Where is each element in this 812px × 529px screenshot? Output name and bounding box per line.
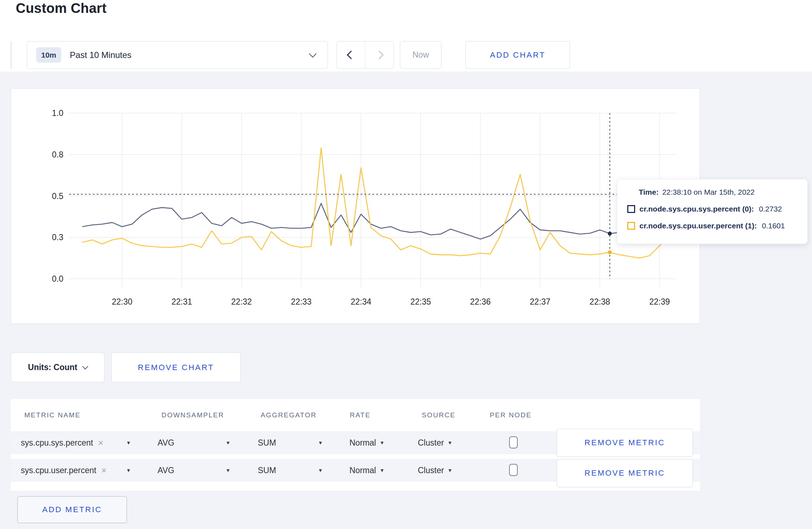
metric-name-caret-icon[interactable]: ▼ [126, 431, 131, 454]
y-axis-tick-label: 0.5 [52, 191, 63, 201]
remove-metric-button[interactable]: REMOVE METRIC [557, 459, 693, 487]
series-line [82, 148, 670, 258]
metrics-table: METRIC NAME DOWNSAMPLER AGGREGATOR RATE … [11, 399, 700, 491]
prev-timeframe-button[interactable] [337, 42, 365, 68]
tooltip-time: Time:22:38:10 on Mar 15th, 2022 [639, 188, 798, 196]
sys-series-swatch-icon [627, 205, 635, 213]
x-axis-tick-label: 22:39 [649, 297, 670, 306]
x-axis-tick-label: 22:35 [410, 297, 431, 306]
timeframe-label: Past 10 Minutes [70, 50, 131, 60]
x-axis-tick-label: 22:37 [530, 297, 551, 306]
tooltip-time-value: 22:38:10 on Mar 15th, 2022 [662, 188, 755, 196]
tooltip-series-name: cr.node.sys.cpu.sys.percent (0): [639, 205, 754, 213]
col-header-per-node: PER NODE [490, 411, 532, 419]
chevron-right-icon [375, 50, 383, 59]
rate-select[interactable]: Normal ▼ [349, 459, 385, 482]
x-axis-tick-label: 22:36 [470, 297, 491, 306]
user-series-swatch-icon [627, 222, 635, 230]
chevron-left-icon [347, 50, 355, 59]
tooltip-series-row: cr.node.sys.cpu.sys.percent (0): 0.2732 [627, 205, 798, 213]
remove-metric-button[interactable]: REMOVE METRIC [557, 429, 693, 457]
downsampler-select[interactable]: AVG [158, 431, 174, 454]
x-axis-tick-label: 22:32 [231, 297, 252, 306]
downsampler-select[interactable]: AVG [158, 459, 174, 482]
clear-metric-icon[interactable]: × [98, 438, 103, 448]
tooltip-series-row: cr.node.sys.cpu.user.percent (1): 0.1601 [627, 222, 798, 230]
col-header-source: SOURCE [422, 411, 456, 419]
source-caret-icon: ▼ [448, 440, 453, 446]
rate-caret-icon: ▼ [380, 467, 385, 473]
y-axis-tick-label: 1.0 [52, 108, 63, 118]
chart-tooltip: Time:22:38:10 on Mar 15th, 2022 cr.node.… [617, 179, 808, 244]
col-header-metric-name: METRIC NAME [24, 411, 81, 419]
source-select[interactable]: Cluster ▼ [418, 459, 453, 482]
chevron-down-icon [82, 364, 88, 370]
metric-name-caret-icon[interactable]: ▼ [126, 459, 131, 482]
series-line [82, 203, 670, 239]
x-axis-tick-label: 22:38 [590, 297, 610, 306]
rate-caret-icon: ▼ [380, 440, 385, 446]
chevron-down-icon [309, 50, 316, 58]
hover-point-marker [608, 232, 612, 236]
now-button[interactable]: Now [400, 41, 441, 69]
aggregator-caret-icon[interactable]: ▼ [318, 431, 323, 454]
rate-select[interactable]: Normal ▼ [349, 431, 385, 454]
aggregator-select[interactable]: SUM [258, 431, 276, 454]
per-node-checkbox[interactable] [509, 464, 518, 476]
next-timeframe-button[interactable] [365, 42, 393, 68]
hover-point-marker [608, 250, 612, 254]
remove-chart-button[interactable]: REMOVE CHART [111, 353, 241, 382]
y-axis-tick-label: 0.8 [52, 150, 63, 159]
x-axis-tick-label: 22:34 [351, 297, 371, 306]
col-header-aggregator: AGGREGATOR [261, 411, 316, 419]
topbar: Custom Chart 10m Past 10 Minutes Now ADD… [0, 0, 812, 72]
tooltip-time-label: Time: [639, 188, 659, 196]
col-header-rate: RATE [350, 411, 371, 419]
source-select[interactable]: Cluster ▼ [418, 431, 453, 454]
add-metric-button[interactable]: ADD METRIC [17, 496, 127, 523]
x-axis-tick-label: 22:31 [171, 297, 192, 306]
col-header-downsampler: DOWNSAMPLER [161, 411, 224, 419]
x-axis-tick-label: 22:30 [112, 297, 132, 306]
timeframe-dropdown[interactable]: 10m Past 10 Minutes [27, 41, 328, 69]
clear-metric-icon[interactable]: × [101, 465, 107, 476]
y-axis-tick-label: 0.3 [52, 233, 63, 242]
tooltip-series-name: cr.node.sys.cpu.user.percent (1): [639, 222, 757, 230]
source-caret-icon: ▼ [448, 467, 453, 473]
per-node-checkbox[interactable] [509, 436, 518, 448]
metric-name-select[interactable]: sys.cpu.sys.percent × [21, 431, 103, 454]
timeframe-badge: 10m [36, 47, 61, 63]
page-title: Custom Chart [16, 1, 107, 16]
aggregator-caret-icon[interactable]: ▼ [318, 459, 323, 482]
toolbar-divider [11, 41, 11, 69]
aggregator-select[interactable]: SUM [258, 459, 276, 482]
tooltip-series-value: 0.1601 [762, 222, 785, 230]
downsampler-caret-icon[interactable]: ▼ [226, 431, 231, 454]
units-label: Units: Count [28, 363, 77, 372]
downsampler-caret-icon[interactable]: ▼ [226, 459, 231, 482]
chart-card[interactable]: 1.00.80.50.30.022:3022:3122:3222:3322:34… [11, 88, 700, 324]
add-chart-button[interactable]: ADD CHART [465, 41, 570, 69]
x-axis-tick-label: 22:33 [291, 297, 312, 306]
y-axis-tick-label: 0.0 [52, 274, 63, 283]
tooltip-series-value: 0.2732 [759, 205, 782, 213]
timeseries-chart[interactable]: 1.00.80.50.30.022:3022:3122:3222:3322:34… [11, 89, 700, 324]
metric-name-select[interactable]: sys.cpu.user.percent × [21, 459, 107, 482]
timeframe-arrows [337, 41, 394, 69]
units-dropdown[interactable]: Units: Count [11, 353, 105, 382]
